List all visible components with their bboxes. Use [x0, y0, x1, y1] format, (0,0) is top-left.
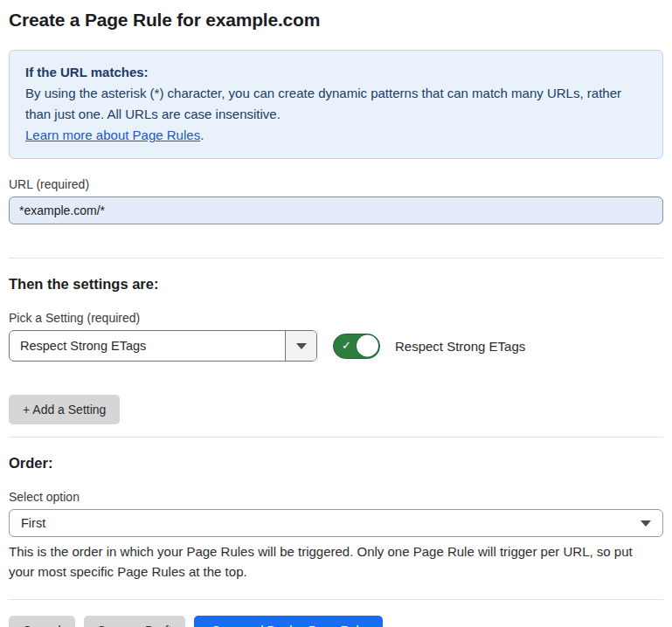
divider	[9, 258, 663, 258]
info-box-body: By using the asterisk (*) character, you…	[25, 83, 647, 125]
add-setting-button[interactable]: + Add a Setting	[9, 395, 120, 424]
save-draft-button[interactable]: Save as Draft	[84, 616, 186, 627]
chevron-down-icon	[296, 343, 307, 349]
save-deploy-button[interactable]: Save and Deploy Page Rule	[194, 616, 383, 627]
cancel-button[interactable]: Cancel	[9, 616, 75, 627]
check-icon: ✓	[342, 340, 351, 351]
url-match-info-box: If the URL matches: By using the asteris…	[9, 50, 663, 159]
page-rule-form: Create a Page Rule for example.com If th…	[0, 0, 672, 627]
info-box-link-line: Learn more about Page Rules.	[25, 125, 647, 146]
chevron-down-icon	[641, 520, 651, 527]
link-suffix: .	[200, 127, 204, 142]
order-select-value: First	[21, 516, 45, 530]
setting-select-arrow-button[interactable]	[285, 331, 316, 361]
respect-strong-etags-toggle[interactable]: ✓	[333, 334, 380, 359]
toggle-label: Respect Strong ETags	[395, 339, 525, 354]
page-title: Create a Page Rule for example.com	[9, 9, 663, 31]
toggle-knob	[357, 335, 378, 357]
setting-row: Respect Strong ETags ✓ Respect Strong ET…	[9, 330, 663, 362]
setting-select-value: Respect Strong ETags	[10, 331, 285, 361]
setting-select[interactable]: Respect Strong ETags	[9, 330, 317, 362]
setting-toggle-group: ✓ Respect Strong ETags	[333, 334, 525, 359]
url-input[interactable]	[9, 196, 663, 224]
order-select[interactable]: First	[9, 509, 663, 537]
settings-section-heading: Then the settings are:	[9, 276, 663, 293]
order-select-label: Select option	[9, 490, 663, 504]
divider	[9, 599, 663, 600]
divider	[9, 437, 663, 438]
info-box-heading: If the URL matches:	[25, 62, 647, 83]
footer-actions: Cancel Save as Draft Save and Deploy Pag…	[9, 616, 663, 627]
pick-setting-label: Pick a Setting (required)	[9, 311, 663, 325]
learn-more-link[interactable]: Learn more about Page Rules	[25, 127, 200, 142]
order-section-heading: Order:	[9, 455, 663, 472]
order-help-text: This is the order in which your Page Rul…	[9, 541, 660, 582]
url-field-label: URL (required)	[9, 177, 663, 191]
